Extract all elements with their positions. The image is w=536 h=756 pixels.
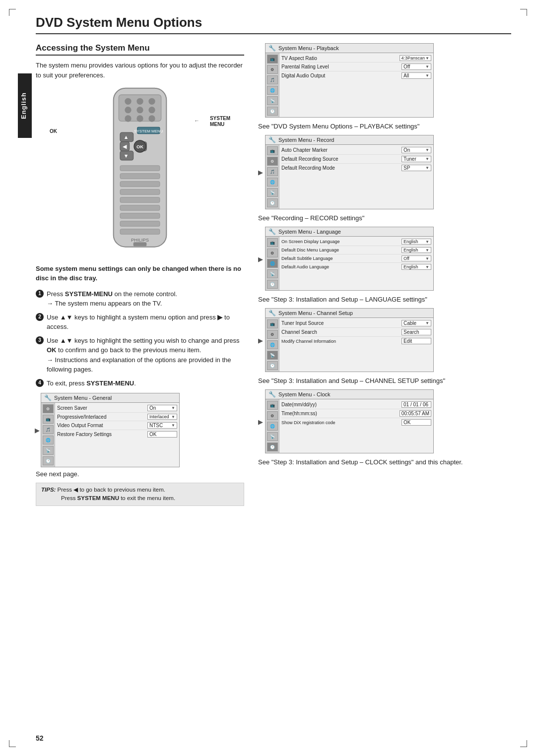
clk-value-2: 00:05:57 AM — [400, 410, 431, 417]
language-menu-container: ▶ 🔧 System Menu - Language 📺 ⚙ 🌐 📡 🕐 — [265, 227, 511, 291]
pb-icon-6: 🕐 — [267, 107, 278, 116]
step-1-arrow: → The system menu appears on the TV. — [47, 299, 244, 309]
ch-icon-5: 🕐 — [267, 361, 278, 370]
lang-value-1: English ▼ — [402, 239, 431, 245]
clock-menu-body: 📺 ⚙ 🌐 📡 🕐 Date(mm/dd/yy) 01 / 01 / 06 — [266, 399, 433, 453]
ch-row-3: Modify Channel Information Edit — [281, 337, 431, 345]
svg-rect-25 — [120, 182, 160, 187]
lang-icon-2: ⚙ — [267, 249, 278, 257]
step-1-content: Press SYSTEM-MENU on the remote control.… — [47, 289, 244, 309]
remote-image: ▲ ▼ ◀ ▶ OK SYSTEM MENU — [100, 85, 180, 257]
general-menu-icon: 🔧 — [44, 394, 52, 401]
pb-icon-4: 🌐 — [267, 86, 278, 95]
general-row-3: Video Output Format NTSC ▼ — [57, 421, 177, 430]
svg-text:◀: ◀ — [123, 143, 127, 149]
system-menu-label2: MENU — [210, 122, 224, 127]
ch-label-3: Modify Channel Information — [281, 339, 336, 344]
rec-value-1: On ▼ — [402, 147, 431, 153]
pb-icon-1: 📺 — [267, 55, 278, 63]
channel-menu-container: ▶ 🔧 System Menu - Channel Setup 📺 ⚙ 🌐 📡 … — [265, 308, 511, 372]
channel-menu-title: System Menu - Channel Setup — [278, 310, 353, 316]
playback-menu-icon: 🔧 — [268, 45, 276, 52]
playback-caption: See "DVD System Menu Options – PLAYBACK … — [258, 123, 511, 130]
system-menu-label: SYSTEM — [210, 116, 230, 121]
general-icon-2: 📺 — [43, 415, 54, 424]
lang-label-2: Default Disc Menu Language — [281, 248, 339, 252]
svg-point-4 — [148, 98, 155, 105]
general-label-1: Screen Saver — [57, 405, 87, 411]
lang-row-2: Default Disc Menu Language English ▼ — [281, 246, 431, 254]
pb-row-3: Digital Audio Output All ▼ — [281, 71, 431, 80]
ch-icon-3: 🌐 — [267, 340, 278, 349]
svg-rect-31 — [120, 229, 160, 235]
clk-icon-4: 📡 — [267, 432, 278, 441]
left-column: Accessing the System Menu The system men… — [36, 43, 244, 506]
lang-label-4: Default Audio Language — [281, 264, 329, 269]
tips-line-2-indent: Press SYSTEM MENU to exit the menu item. — [61, 495, 175, 501]
playback-content: TV Aspect Ratio 4:3Panscan ▼ Parental Ra… — [279, 53, 433, 117]
channel-menu-titlebar: 🔧 System Menu - Channel Setup — [266, 309, 433, 318]
language-sidebar: 📺 ⚙ 🌐 📡 🕐 — [266, 237, 279, 290]
pb-icon-2: ⚙ — [267, 65, 278, 74]
clk-label-1: Date(mm/dd/yy) — [281, 402, 317, 407]
playback-menu-container: 🔧 System Menu - Playback 📺 ⚙ 🎵 🌐 📡 🕐 — [265, 43, 511, 118]
rec-label-2: Default Recording Source — [281, 156, 338, 162]
pb-row-1: TV Aspect Ratio 4:3Panscan ▼ — [281, 54, 431, 63]
pb-label-2: Parental Rating Level — [281, 64, 329, 69]
step-4: 4 To exit, press SYSTEM-MENU. — [36, 378, 244, 388]
pb-icon-5: 📡 — [267, 96, 278, 105]
clk-icon-5: 🕐 — [267, 442, 278, 451]
general-menu-titlebar: 🔧 System Menu - General — [41, 393, 179, 403]
language-content: On Screen Display Language English ▼ Def… — [279, 237, 433, 290]
svg-point-8 — [125, 115, 131, 122]
step-3-arrow: → Instructions and explanation of the op… — [47, 355, 244, 375]
svg-text:▼: ▼ — [124, 153, 129, 159]
record-content: Auto Chapter Marker On ▼ Default Recordi… — [279, 145, 433, 209]
channel-menu-body: 📺 ⚙ 🌐 📡 🕐 Tuner Input Source Cable ▼ — [266, 318, 433, 372]
language-caption: See "Step 3: Installation and Setup – LA… — [258, 296, 511, 303]
intro-text: The system menu provides various options… — [36, 61, 244, 80]
clock-caption: See "Step 3: Installation and Setup – CL… — [258, 458, 511, 466]
rec-label-3: Default Recording Mode — [281, 165, 335, 171]
general-icon-1: ⚙ — [43, 404, 54, 413]
step-3-content: Use ▲▼ keys to highlight the setting you… — [47, 336, 244, 375]
ch-value-1: Cable ▼ — [402, 320, 431, 326]
pb-value-2: Off ▼ — [402, 63, 431, 70]
rec-row-2: Default Recording Source Tuner ▼ — [281, 155, 431, 164]
ch-value-2: Search — [402, 329, 431, 335]
svg-rect-30 — [120, 221, 160, 227]
ch-label-2: Channel Search — [281, 329, 317, 335]
lang-row-4: Default Audio Language English ▼ — [281, 263, 431, 271]
record-menu-arrow: ▶ — [258, 169, 263, 176]
lang-row-3: Default Subtitle Language Off ▼ — [281, 254, 431, 263]
page-title: DVD System Menu Options — [36, 15, 511, 34]
system-menu-arrow: ← — [194, 118, 200, 124]
corner-mark-tl — [9, 9, 16, 16]
step-4-content: To exit, press SYSTEM-MENU. — [47, 378, 244, 388]
clk-value-3: OK — [402, 419, 431, 426]
playback-sidebar: 📺 ⚙ 🎵 🌐 📡 🕐 — [266, 53, 279, 117]
channel-content: Tuner Input Source Cable ▼ Channel Searc… — [279, 318, 433, 372]
record-menu: 🔧 System Menu - Record 📺 ⚙ 🎵 🌐 📡 🕐 — [265, 135, 434, 209]
lang-icon-1: 📺 — [267, 238, 278, 247]
clk-row-3: Show DiX registration code OK — [281, 418, 431, 427]
two-column-layout: Accessing the System Menu The system men… — [36, 43, 511, 506]
clock-menu-titlebar: 🔧 System Menu - Clock — [266, 390, 433, 399]
ch-icon-2: ⚙ — [267, 330, 278, 339]
channel-sidebar: 📺 ⚙ 🌐 📡 🕐 — [266, 318, 279, 372]
tips-box: TIPS: Press ◀ to go back to previous men… — [36, 483, 244, 506]
rec-value-2: Tuner ▼ — [402, 156, 431, 162]
remote-container: ▲ ▼ ◀ ▶ OK SYSTEM MENU — [36, 85, 244, 257]
svg-point-6 — [136, 107, 143, 113]
lang-row-1: On Screen Display Language English ▼ — [281, 238, 431, 246]
general-menu-container: ▶ 🔧 System Menu - General ⚙ 📺 🎵 🌐 📡 — [41, 393, 244, 467]
ch-icon-4: 📡 — [267, 351, 278, 360]
svg-point-5 — [125, 107, 131, 113]
step-2-num: 2 — [36, 313, 44, 321]
warning-text: Some system menu settings can only be ch… — [36, 264, 244, 283]
svg-text:OK: OK — [136, 144, 143, 149]
clk-label-2: Time(hh:mm:ss) — [281, 411, 317, 416]
language-menu: 🔧 System Menu - Language 📺 ⚙ 🌐 📡 🕐 — [265, 227, 434, 291]
svg-rect-23 — [120, 166, 160, 171]
language-menu-titlebar: 🔧 System Menu - Language — [266, 227, 433, 237]
